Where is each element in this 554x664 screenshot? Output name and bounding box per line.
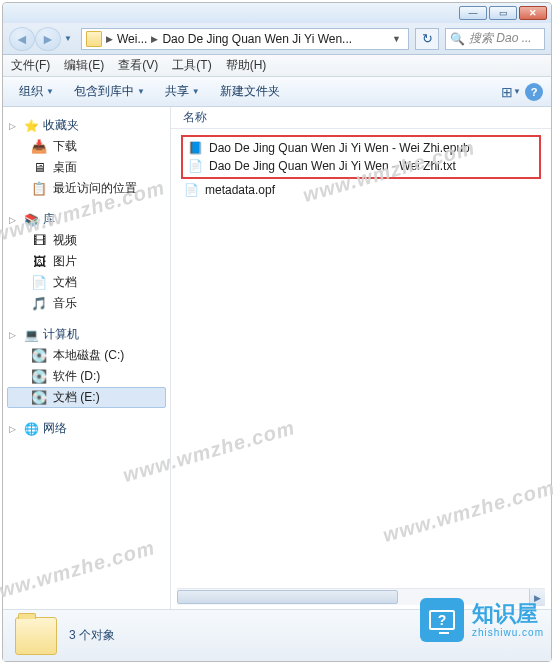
nav-forward-button[interactable]: ►: [35, 27, 61, 51]
picture-icon: 🖼: [31, 254, 47, 270]
sidebar-item-downloads[interactable]: 📥下载: [7, 136, 166, 157]
breadcrumb-seg[interactable]: Wei...: [117, 32, 147, 46]
drive-icon: 💽: [31, 390, 47, 406]
network-header[interactable]: ▷ 🌐 网络: [7, 418, 166, 439]
folder-large-icon: [15, 617, 57, 655]
view-options-button[interactable]: ⊞▼: [501, 82, 521, 102]
chevron-down-icon: ▼: [137, 87, 145, 96]
sidebar-item-drive-c[interactable]: 💽本地磁盘 (C:): [7, 345, 166, 366]
search-icon: 🔍: [450, 32, 465, 46]
chevron-down-icon: ▼: [192, 87, 200, 96]
favorites-group: ▷ ⭐ 收藏夹 📥下载 🖥桌面 📋最近访问的位置: [7, 115, 166, 199]
zhishiwu-badge: ? 知识屋 zhishiwu.com: [420, 598, 544, 642]
command-bar: 组织▼ 包含到库中▼ 共享▼ 新建文件夹 ⊞▼ ?: [3, 77, 551, 107]
zhishiwu-logo-icon: ?: [420, 598, 464, 642]
library-icon: 📚: [23, 212, 39, 228]
body-area: ▷ ⭐ 收藏夹 📥下载 🖥桌面 📋最近访问的位置 ▷ 📚 库 🎞视频 🖼图片 📄…: [3, 107, 551, 609]
expand-icon: ▷: [9, 424, 19, 434]
document-icon: 📄: [31, 275, 47, 291]
file-row[interactable]: 📘Dao De Jing Quan Wen Ji Yi Wen - Wei Zh…: [185, 139, 537, 157]
desktop-icon: 🖥: [31, 160, 47, 176]
help-button[interactable]: ?: [525, 83, 543, 101]
file-list-pane: 名称 📘Dao De Jing Quan Wen Ji Yi Wen - Wei…: [171, 107, 551, 609]
nav-back-button[interactable]: ◄: [9, 27, 35, 51]
new-folder-button[interactable]: 新建文件夹: [212, 80, 288, 103]
share-button[interactable]: 共享▼: [157, 80, 208, 103]
column-header-name[interactable]: 名称: [171, 107, 551, 129]
libraries-group: ▷ 📚 库 🎞视频 🖼图片 📄文档 🎵音乐: [7, 209, 166, 314]
network-group: ▷ 🌐 网络: [7, 418, 166, 439]
include-in-library-button[interactable]: 包含到库中▼: [66, 80, 153, 103]
libraries-header[interactable]: ▷ 📚 库: [7, 209, 166, 230]
minimize-button[interactable]: —: [459, 6, 487, 20]
menu-edit[interactable]: 编辑(E): [64, 57, 104, 74]
breadcrumb[interactable]: ▶ Wei... ▶ Dao De Jing Quan Wen Ji Yi We…: [81, 28, 409, 50]
search-placeholder: 搜索 Dao ...: [469, 30, 532, 47]
annotation-highlight-box: 📘Dao De Jing Quan Wen Ji Yi Wen - Wei Zh…: [181, 135, 541, 179]
sidebar-item-drive-d[interactable]: 💽软件 (D:): [7, 366, 166, 387]
downloads-icon: 📥: [31, 139, 47, 155]
sidebar-item-desktop[interactable]: 🖥桌面: [7, 157, 166, 178]
network-icon: 🌐: [23, 421, 39, 437]
breadcrumb-seg[interactable]: Dao De Jing Quan Wen Ji Yi Wen...: [162, 32, 352, 46]
scrollbar-thumb[interactable]: [177, 590, 398, 604]
video-icon: 🎞: [31, 233, 47, 249]
folder-icon: [86, 31, 102, 47]
file-row[interactable]: 📄Dao De Jing Quan Wen Ji Yi Wen - Wei Zh…: [185, 157, 537, 175]
maximize-button[interactable]: ▭: [489, 6, 517, 20]
expand-icon: ▷: [9, 330, 19, 340]
refresh-button[interactable]: ↻: [415, 28, 439, 50]
breadcrumb-dropdown[interactable]: ▼: [389, 34, 404, 44]
sidebar-item-documents[interactable]: 📄文档: [7, 272, 166, 293]
sidebar-item-videos[interactable]: 🎞视频: [7, 230, 166, 251]
chevron-right-icon: ▶: [151, 34, 158, 44]
computer-group: ▷ 💻 计算机 💽本地磁盘 (C:) 💽软件 (D:) 💽文档 (E:): [7, 324, 166, 408]
menu-bar: 文件(F) 编辑(E) 查看(V) 工具(T) 帮助(H): [3, 55, 551, 77]
badge-en: zhishiwu.com: [472, 627, 544, 638]
badge-cn: 知识屋: [472, 602, 544, 626]
expand-icon: ▷: [9, 215, 19, 225]
menu-view[interactable]: 查看(V): [118, 57, 158, 74]
drive-icon: 💽: [31, 369, 47, 385]
file-list[interactable]: 📘Dao De Jing Quan Wen Ji Yi Wen - Wei Zh…: [171, 129, 551, 588]
sidebar-item-drive-e[interactable]: 💽文档 (E:): [7, 387, 166, 408]
navigation-pane: ▷ ⭐ 收藏夹 📥下载 🖥桌面 📋最近访问的位置 ▷ 📚 库 🎞视频 🖼图片 📄…: [3, 107, 171, 609]
organize-button[interactable]: 组织▼: [11, 80, 62, 103]
close-button[interactable]: ✕: [519, 6, 547, 20]
favorites-header[interactable]: ▷ ⭐ 收藏夹: [7, 115, 166, 136]
object-count: 3 个对象: [69, 627, 115, 644]
sidebar-item-recent[interactable]: 📋最近访问的位置: [7, 178, 166, 199]
epub-file-icon: 📘: [187, 140, 203, 156]
nav-history-button[interactable]: ▼: [61, 27, 75, 51]
sidebar-item-pictures[interactable]: 🖼图片: [7, 251, 166, 272]
sidebar-item-music[interactable]: 🎵音乐: [7, 293, 166, 314]
recent-icon: 📋: [31, 181, 47, 197]
menu-help[interactable]: 帮助(H): [226, 57, 267, 74]
menu-file[interactable]: 文件(F): [11, 57, 50, 74]
menu-tools[interactable]: 工具(T): [172, 57, 211, 74]
opf-file-icon: 📄: [183, 182, 199, 198]
drive-icon: 💽: [31, 348, 47, 364]
expand-icon: ▷: [9, 121, 19, 131]
computer-header[interactable]: ▷ 💻 计算机: [7, 324, 166, 345]
title-bar: — ▭ ✕: [3, 3, 551, 23]
favorites-icon: ⭐: [23, 118, 39, 134]
chevron-down-icon: ▼: [513, 87, 521, 96]
computer-icon: 💻: [23, 327, 39, 343]
chevron-down-icon: ▼: [46, 87, 54, 96]
music-icon: 🎵: [31, 296, 47, 312]
search-input[interactable]: 🔍 搜索 Dao ...: [445, 28, 545, 50]
file-row[interactable]: 📄metadata.opf: [181, 181, 541, 199]
chevron-right-icon: ▶: [106, 34, 113, 44]
explorer-window: — ▭ ✕ ◄ ► ▼ ▶ Wei... ▶ Dao De Jing Quan …: [2, 2, 552, 662]
text-file-icon: 📄: [187, 158, 203, 174]
address-bar: ◄ ► ▼ ▶ Wei... ▶ Dao De Jing Quan Wen Ji…: [3, 23, 551, 55]
